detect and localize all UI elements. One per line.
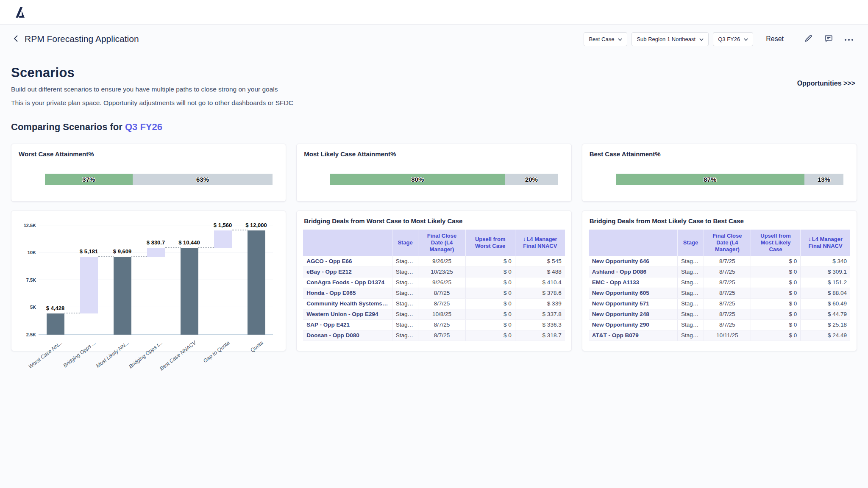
data-cell: Stage 2 — [678, 256, 704, 266]
x-axis-category-label: Most Likely NN... — [95, 340, 130, 369]
attainment-row: Worst Case Attainment% 37% 63% Most Like… — [11, 144, 857, 202]
edit-button[interactable] — [802, 32, 815, 46]
bar-value-label: $ 12,000 — [245, 222, 267, 228]
table-row: Ashland - Opp D086Stage 28/7/25$ 0$ 309.… — [589, 266, 850, 277]
deal-name-cell[interactable]: SAP - Opp E421 — [303, 319, 392, 330]
data-cell: 8/7/25 — [418, 298, 465, 309]
data-cell: Stage 4 — [392, 288, 418, 298]
data-cell: Stage 2 — [678, 319, 704, 330]
data-cell: $ 340 — [801, 256, 850, 266]
comparing-heading: Comparing Scenarios for Q3 FY26 — [11, 122, 857, 133]
deal-name-cell[interactable]: Western Union - Opp E294 — [303, 309, 392, 319]
more-menu-button[interactable] — [843, 34, 855, 44]
arrow-down-icon: ↓ — [523, 236, 526, 242]
table-header-row: StageFinal Close Date (L4 Manager)Upsell… — [589, 230, 850, 256]
column-header[interactable] — [589, 230, 678, 256]
deal-name-cell[interactable]: New Opportunity 646 — [589, 256, 678, 266]
data-cell: Stage 3 — [392, 309, 418, 319]
data-cell: $ 378.6 — [515, 288, 565, 298]
data-cell: 9/26/25 — [418, 256, 465, 266]
data-cell: 10/23/25 — [418, 266, 465, 277]
back-button[interactable] — [13, 35, 19, 44]
data-cell: Stage 4 — [392, 330, 418, 341]
data-cell: Stage 2 — [678, 309, 704, 319]
deal-name-cell[interactable]: AT&T - Opp B079 — [589, 330, 678, 341]
waterfall-chart-card: 2.5K5K7.5K10K12.5K$ 4,428$ 5,181$ 9,609$… — [11, 211, 286, 351]
data-cell: $ 0 — [751, 256, 800, 266]
data-cell: $ 0 — [751, 319, 800, 330]
x-axis-category-label: Quota — [249, 340, 264, 353]
deal-name-cell[interactable]: AGCO - Opp E66 — [303, 256, 392, 266]
period-filter-dropdown[interactable]: Q3 FY26 — [713, 32, 753, 46]
column-header[interactable]: ↓L4 Manager Final NNACV — [515, 230, 565, 256]
data-cell: 8/7/25 — [418, 330, 465, 341]
table-row: EMC - Opp A1133Stage 18/7/25$ 0$ 151.2 — [589, 277, 850, 288]
bridging-deals-table: StageFinal Close Date (L4 Manager)Upsell… — [303, 230, 565, 341]
region-filter-dropdown[interactable]: Sub Region 1 Northeast — [632, 32, 709, 46]
column-header[interactable]: ↓L4 Manager Final NNACV — [801, 230, 850, 256]
data-cell: $ 0 — [465, 288, 515, 298]
deal-name-cell[interactable]: Doosan - Opp D080 — [303, 330, 392, 341]
bridging-table-most-likely-to-best-card: Bridging Deals from Most Likely Case to … — [582, 211, 857, 351]
column-header[interactable]: Stage — [392, 230, 418, 256]
deal-name-cell[interactable]: EMC - Opp A1133 — [589, 277, 678, 288]
data-cell: $ 0 — [465, 330, 515, 341]
opportunities-link[interactable]: Opportunities >>> — [797, 80, 855, 87]
data-cell: $ 410.4 — [515, 277, 565, 288]
anaplan-logo[interactable] — [13, 5, 26, 19]
data-cell: 8/7/25 — [418, 319, 465, 330]
bridging-deals-table: StageFinal Close Date (L4 Manager)Upsell… — [589, 230, 850, 341]
scenario-filter-dropdown[interactable]: Best Case — [584, 32, 627, 46]
deal-name-cell[interactable]: eBay - Opp E212 — [303, 266, 392, 277]
deal-name-cell[interactable]: New Opportunity 290 — [589, 319, 678, 330]
x-axis-category-label: Bridging Opps t... — [128, 340, 164, 369]
deal-name-cell[interactable]: Honda - Opp E065 — [303, 288, 392, 298]
column-header[interactable]: Upsell from Worst Case — [465, 230, 515, 256]
data-cell: Stage 1 — [678, 277, 704, 288]
bar-value-label: $ 10,440 — [178, 239, 200, 246]
column-header[interactable] — [303, 230, 392, 256]
data-cell: Stage 3 — [392, 277, 418, 288]
data-cell: $ 0 — [465, 266, 515, 277]
data-cell: $ 0 — [465, 256, 515, 266]
chart-gridline — [39, 280, 273, 280]
table-row: Honda - Opp E065Stage 48/7/25$ 0$ 378.6 — [303, 288, 565, 298]
column-header[interactable]: Final Close Date (L4 Manager) — [418, 230, 465, 256]
data-cell: $ 0 — [465, 319, 515, 330]
chart-gridline — [39, 225, 273, 225]
column-header[interactable]: Final Close Date (L4 Manager) — [704, 230, 751, 256]
edit-pencil-icon — [804, 34, 813, 44]
waterfall-bar-solid — [248, 230, 265, 334]
chart-gridline — [39, 334, 273, 335]
data-cell: 8/7/25 — [704, 266, 751, 277]
data-cell: $ 24.49 — [801, 330, 850, 341]
deal-name-cell[interactable]: New Opportunity 571 — [589, 298, 678, 309]
waterfall-connector — [165, 247, 181, 248]
table-row: New Opportunity 605Stage 28/7/25$ 0$ 88.… — [589, 288, 850, 298]
x-axis-category-label: Worst Case NN... — [27, 340, 63, 370]
table-row: New Opportunity 571Stage 28/7/25$ 0$ 60.… — [589, 298, 850, 309]
waterfall-bar-bridge — [147, 248, 165, 257]
deal-name-cell[interactable]: New Opportunity 605 — [589, 288, 678, 298]
attainment-remaining-segment: 13% — [804, 174, 843, 185]
deal-name-cell[interactable]: ConAgra Foods - Opp D1374 — [303, 277, 392, 288]
reset-button[interactable]: Reset — [766, 35, 784, 43]
most-likely-case-attainment-card: Most Likely Case Attainment% 80% 20% — [296, 144, 571, 202]
deal-name-cell[interactable]: New Opportunity 248 — [589, 309, 678, 319]
more-ellipsis-icon — [844, 36, 854, 42]
data-cell: 9/26/25 — [418, 277, 465, 288]
data-cell: $ 318.7 — [515, 330, 565, 341]
data-cell: $ 60.49 — [801, 298, 850, 309]
chevron-down-icon — [618, 36, 622, 42]
bar-value-label: $ 4,428 — [46, 305, 64, 311]
table-row: Western Union - Opp E294Stage 310/8/25$ … — [303, 309, 565, 319]
table-title: Bridging Deals from Most Likely Case to … — [590, 217, 850, 225]
comments-button[interactable] — [822, 32, 835, 46]
deal-name-cell[interactable]: Community Health Systems - ... — [303, 298, 392, 309]
deal-name-cell[interactable]: Ashland - Opp D086 — [589, 266, 678, 277]
table-row: New Opportunity 646Stage 28/7/25$ 0$ 340 — [589, 256, 850, 266]
column-header[interactable]: Upsell from Most Likely Case — [751, 230, 800, 256]
waterfall-bar-solid — [47, 313, 64, 335]
data-cell: $ 309.1 — [801, 266, 850, 277]
column-header[interactable]: Stage — [678, 230, 704, 256]
